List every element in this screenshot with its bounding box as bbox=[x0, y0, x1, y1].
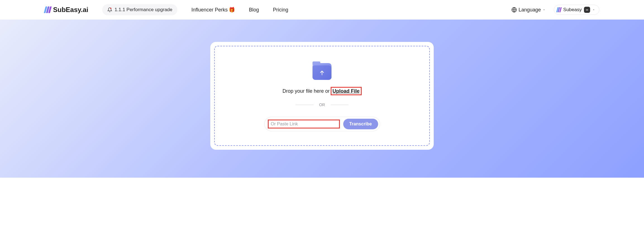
header: SubEasy.ai 1.1.1 Performance upgrade Inf… bbox=[0, 0, 644, 20]
brand-name: SubEasy.ai bbox=[53, 6, 88, 14]
transcribe-button[interactable]: Transcribe bbox=[343, 119, 378, 129]
svg-point-0 bbox=[110, 8, 112, 9]
upload-card: Drop your file here or Upload File OR Tr… bbox=[210, 42, 434, 150]
nav-pricing[interactable]: Pricing bbox=[273, 7, 288, 13]
divider-label: OR bbox=[319, 103, 325, 107]
gift-icon: 🎁 bbox=[229, 7, 235, 13]
upgrade-badge[interactable]: 1.1.1 Performance upgrade bbox=[102, 4, 177, 15]
brand-logo-icon bbox=[45, 6, 51, 13]
infinity-badge-icon: ∞ bbox=[584, 7, 590, 13]
user-menu[interactable]: Subeasy ∞ bbox=[554, 5, 599, 15]
nav-links: Influencer Perks 🎁 Blog Pricing bbox=[191, 7, 288, 13]
chevron-down-icon bbox=[592, 8, 595, 11]
hero-section: Drop your file here or Upload File OR Tr… bbox=[0, 20, 644, 178]
user-label: Subeasy bbox=[563, 7, 582, 13]
language-selector[interactable]: Language bbox=[511, 7, 545, 13]
globe-icon bbox=[511, 7, 517, 13]
user-logo-icon bbox=[557, 7, 561, 12]
drop-text: Drop your file here or Upload File bbox=[282, 88, 361, 94]
upload-file-link[interactable]: Upload File bbox=[331, 87, 362, 95]
link-input-highlight bbox=[268, 120, 340, 128]
upload-dropzone[interactable]: Drop your file here or Upload File OR Tr… bbox=[214, 46, 430, 146]
upgrade-label: 1.1.1 Performance upgrade bbox=[115, 7, 172, 13]
folder-upload-icon bbox=[313, 63, 331, 80]
chevron-down-icon bbox=[543, 8, 545, 11]
link-input-section: Transcribe bbox=[264, 117, 380, 131]
nav-influencer-perks[interactable]: Influencer Perks 🎁 bbox=[191, 7, 235, 13]
brand-logo[interactable]: SubEasy.ai bbox=[45, 6, 88, 14]
language-label: Language bbox=[519, 7, 541, 13]
nav-blog[interactable]: Blog bbox=[249, 7, 259, 13]
bell-icon bbox=[107, 7, 112, 12]
divider: OR bbox=[295, 103, 349, 107]
paste-link-input[interactable] bbox=[271, 122, 337, 127]
